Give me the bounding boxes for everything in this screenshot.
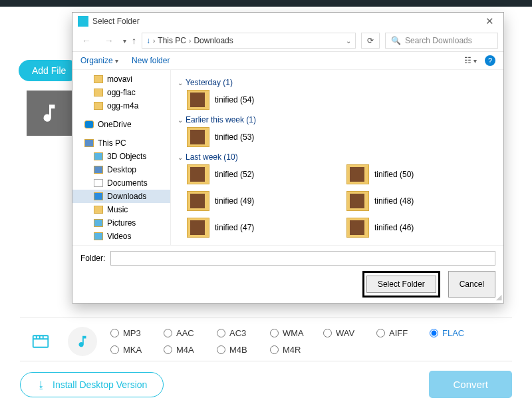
help-icon[interactable]: ? xyxy=(485,55,495,66)
resize-grip-icon[interactable]: ◢ xyxy=(496,293,501,302)
format-m4a[interactable]: M4A xyxy=(164,345,217,355)
forward-icon: → xyxy=(100,33,118,48)
folder-tree: movavi ogg-flac ogg-m4a OneDrive This PC… xyxy=(72,70,171,245)
format-ac3[interactable]: AC3 xyxy=(217,328,270,338)
organize-menu[interactable]: Organize ▾ xyxy=(80,56,118,65)
tree-item-onedrive[interactable]: OneDrive xyxy=(72,118,170,131)
list-item[interactable]: tinified (54) xyxy=(187,90,320,110)
format-aiff[interactable]: AIFF xyxy=(376,328,430,338)
search-icon: 🔍 xyxy=(391,36,401,45)
history-dropdown-icon[interactable]: ▾ xyxy=(123,37,126,45)
tree-item-music[interactable]: Music xyxy=(72,203,170,216)
select-folder-dialog: Select Folder ✕ ← → ▾ ↑ ↓ › This PC › Do… xyxy=(72,12,504,304)
audio-tab-icon[interactable] xyxy=(68,327,97,356)
list-item[interactable]: tinified (48) xyxy=(346,191,479,211)
convert-button[interactable]: Convert xyxy=(429,371,512,398)
folder-label: Folder: xyxy=(80,254,105,263)
tree-item-3d-objects[interactable]: 3D Objects xyxy=(72,150,170,163)
group-earlier-this-week[interactable]: ⌄Earlier this week (1) xyxy=(178,115,497,124)
download-icon: ⭳ xyxy=(37,379,46,390)
select-folder-button[interactable]: Select Folder xyxy=(366,276,436,293)
back-icon[interactable]: ← xyxy=(78,33,95,48)
tree-item-pictures[interactable]: Pictures xyxy=(72,216,170,230)
chevron-down-icon[interactable]: ⌄ xyxy=(346,37,351,45)
tree-item-downloads[interactable]: Downloads xyxy=(72,190,170,203)
format-m4r[interactable]: M4R xyxy=(270,345,323,355)
list-item[interactable]: tinified (50) xyxy=(346,164,479,184)
group-yesterday[interactable]: ⌄Yesterday (1) xyxy=(178,78,497,87)
tree-item-ogg-m4a[interactable]: ogg-m4a xyxy=(72,99,170,112)
tree-item-videos[interactable]: Videos xyxy=(72,230,170,243)
tree-item-documents[interactable]: Documents xyxy=(72,176,170,190)
format-wav[interactable]: WAV xyxy=(323,328,376,338)
install-desktop-button[interactable]: ⭳ Install Desktop Version xyxy=(20,372,164,397)
up-icon[interactable]: ↑ xyxy=(132,35,136,46)
format-aac[interactable]: AAC xyxy=(164,328,217,338)
format-mka[interactable]: MKA xyxy=(110,345,164,355)
tree-item-movavi[interactable]: movavi xyxy=(72,73,170,86)
app-logo-icon xyxy=(78,16,88,27)
media-thumbnail xyxy=(27,91,72,136)
group-last-week[interactable]: ⌄Last week (10) xyxy=(178,152,497,162)
tree-item-this-pc[interactable]: This PC xyxy=(72,136,170,150)
dialog-title: Select Folder xyxy=(92,17,140,26)
refresh-icon[interactable]: ⟳ xyxy=(361,33,380,49)
cancel-button[interactable]: Cancel xyxy=(448,271,495,298)
list-item[interactable]: tinified (53) xyxy=(187,127,320,147)
folder-input[interactable] xyxy=(110,251,495,266)
svg-rect-0 xyxy=(33,335,49,347)
list-item[interactable]: tinified (49) xyxy=(187,191,320,211)
list-item[interactable]: tinified (52) xyxy=(187,164,320,184)
folder-list: ⌄Yesterday (1) tinified (54) ⌄Earlier th… xyxy=(171,70,503,245)
add-files-button[interactable]: Add File xyxy=(19,60,79,81)
tree-item-desktop[interactable]: Desktop xyxy=(72,163,170,176)
view-options-icon[interactable]: ☷ ▾ xyxy=(464,56,477,65)
new-folder-button[interactable]: New folder xyxy=(132,56,170,65)
format-wma[interactable]: WMA xyxy=(270,328,323,338)
location-icon: ↓ xyxy=(146,36,150,45)
breadcrumb[interactable]: ↓ › This PC › Downloads ⌄ xyxy=(142,33,356,49)
format-m4b[interactable]: M4B xyxy=(217,345,270,355)
video-tab-icon[interactable] xyxy=(27,327,55,355)
format-mp3[interactable]: MP3 xyxy=(110,328,164,338)
close-icon[interactable]: ✕ xyxy=(481,15,498,27)
list-item[interactable]: tinified (47) xyxy=(187,218,320,238)
format-flac[interactable]: FLAC xyxy=(430,328,483,338)
tree-item-ogg-flac[interactable]: ogg-flac xyxy=(72,86,170,99)
search-input[interactable]: 🔍 Search Downloads xyxy=(385,33,498,49)
list-item[interactable]: tinified (46) xyxy=(346,218,479,238)
